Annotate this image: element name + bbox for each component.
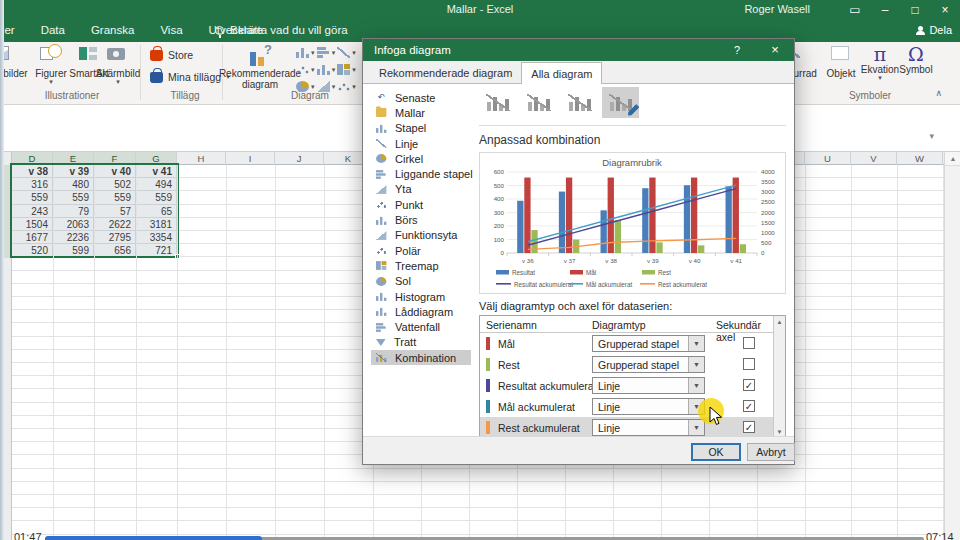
cancel-button[interactable]: Avbryt [747, 443, 795, 461]
sheet-cell[interactable]: 1677 [12, 231, 53, 244]
chevron-down-icon[interactable]: ▼ [688, 378, 704, 393]
sheet-cell[interactable]: 721 [136, 244, 177, 257]
vertical-scrollbar[interactable]: ▲ [944, 152, 960, 540]
chart-type-dropdown[interactable]: Grupperad stapel▼ [592, 335, 705, 352]
sheet-cell[interactable]: 494 [136, 178, 177, 191]
sheet-cell[interactable]: v 39 [53, 165, 94, 178]
sheet-cell[interactable]: 656 [94, 244, 136, 257]
chart-type-dropdown[interactable]: Grupperad stapel▼ [592, 356, 705, 373]
secondary-axis-checkbox[interactable] [743, 358, 755, 370]
chart-type-button[interactable]: ▾ [296, 46, 317, 59]
category-kombination[interactable]: Kombination [371, 350, 471, 365]
subtype-stacked-area[interactable] [561, 87, 598, 118]
column-header-U[interactable]: U [805, 152, 851, 165]
sheet-cell[interactable]: 3181 [136, 218, 177, 231]
chart-type-button[interactable]: ▾ [317, 46, 338, 59]
ok-button[interactable]: OK [691, 443, 741, 461]
sheet-cell[interactable]: 2063 [53, 218, 94, 231]
dialog-close-icon[interactable]: × [760, 39, 790, 61]
chevron-down-icon[interactable]: ▼ [688, 336, 704, 351]
sheet-cell[interactable]: 2622 [94, 218, 136, 231]
subtype-clustered-line-secondary[interactable] [520, 87, 557, 118]
category-funktionsyta[interactable]: Funktionsyta [371, 228, 471, 243]
secondary-axis-checkbox[interactable]: ✓ [743, 379, 755, 391]
category-l-ddiagram[interactable]: Låddiagram [371, 304, 471, 319]
secondary-axis-checkbox[interactable]: ✓ [743, 400, 755, 412]
sheet-cell[interactable]: 65 [136, 205, 177, 218]
tab-recommended-charts[interactable]: Rekommenderade diagram [370, 63, 521, 84]
online-pictures-button[interactable]: Onlinebilder [0, 44, 32, 79]
ribbon-tab-formler[interactable]: Formler [0, 20, 28, 42]
sheet-cell[interactable]: 57 [94, 205, 136, 218]
scroll-up-icon[interactable]: ▲ [945, 152, 960, 166]
share-button[interactable]: Dela [916, 24, 952, 36]
subtype-clustered-line[interactable] [479, 87, 516, 118]
chart-type-dropdown[interactable]: Linje▼ [592, 419, 705, 436]
sheet-cell[interactable]: 559 [136, 191, 177, 204]
sheet-cell[interactable]: v 38 [12, 165, 53, 178]
sheet-cell[interactable]: 559 [94, 191, 136, 204]
sheet-cell[interactable]: v 41 [136, 165, 177, 178]
column-header-I[interactable]: I [226, 152, 275, 165]
recommended-charts-button[interactable]: Rekommenderade diagram [226, 44, 294, 90]
category-liggande-stapel[interactable]: Liggande stapel [371, 166, 471, 181]
symbol-button[interactable]: Ω Symbol [896, 44, 936, 75]
category-punkt[interactable]: Punkt [371, 197, 471, 212]
category-histogram[interactable]: Histogram [371, 289, 471, 304]
secondary-axis-checkbox[interactable]: ✓ [743, 421, 755, 433]
ribbon-tab-visa[interactable]: Visa [147, 20, 195, 42]
column-header-F[interactable]: F [94, 152, 136, 165]
subtype-custom-combination[interactable] [602, 87, 639, 118]
category-tratt[interactable]: Tratt [371, 335, 471, 350]
series-table-scrollbar[interactable]: ▲ ▼ [773, 316, 785, 438]
close-icon[interactable]: × [930, 0, 960, 20]
sheet-cell[interactable]: 559 [12, 191, 53, 204]
tell-me-box[interactable]: Berätta vad du vill göra [215, 24, 348, 36]
column-header-E[interactable]: E [53, 152, 94, 165]
category-stapel[interactable]: Stapel [371, 121, 471, 136]
sheet-cell[interactable]: 3354 [136, 231, 177, 244]
restore-icon[interactable]: □ [900, 0, 930, 20]
dialog-help-icon[interactable]: ? [724, 39, 750, 61]
ribbon-tab-data[interactable]: Data [28, 20, 78, 42]
screenshot-button[interactable]: Skärmbild ▾ [96, 44, 140, 85]
chart-type-button[interactable]: ▾ [317, 63, 338, 76]
sheet-cell[interactable]: 2236 [53, 231, 94, 244]
formula-bar-expand-icon[interactable]: ▾ [929, 131, 934, 141]
column-header-W[interactable]: W [897, 152, 943, 165]
store-button[interactable]: Store [150, 49, 193, 61]
sheet-cell[interactable]: 559 [53, 191, 94, 204]
minimize-icon[interactable]: – [870, 0, 900, 20]
secondary-axis-checkbox[interactable] [743, 337, 755, 349]
sheet-cell[interactable]: 316 [12, 178, 53, 191]
chart-type-button[interactable]: ▾ [296, 63, 317, 76]
category-senaste[interactable]: ↶Senaste [371, 90, 471, 105]
chevron-down-icon[interactable]: ▼ [688, 357, 704, 372]
chart-type-dropdown[interactable]: Linje▼ [592, 377, 705, 394]
category-sol[interactable]: Sol [371, 274, 471, 289]
category-pol-r[interactable]: Polär [371, 243, 471, 258]
chart-type-button[interactable]: ▾ [337, 63, 358, 76]
chart-type-dropdown[interactable]: Linje▼ [592, 398, 705, 415]
ribbon-display-options-icon[interactable]: ▭ [840, 0, 870, 20]
object-button[interactable]: Objekt [820, 44, 862, 79]
category-linje[interactable]: Linje [371, 136, 471, 151]
sheet-cell[interactable]: 480 [53, 178, 94, 191]
sheet-cell[interactable]: 243 [12, 205, 53, 218]
category-treemap[interactable]: Treemap [371, 258, 471, 273]
chevron-down-icon[interactable]: ▼ [688, 420, 704, 435]
sheet-cell[interactable]: 79 [53, 205, 94, 218]
category-mallar[interactable]: Mallar [371, 105, 471, 120]
column-header-D[interactable]: D [12, 152, 53, 165]
scroll-up-icon[interactable]: ▲ [774, 316, 785, 328]
sheet-cell[interactable]: 520 [12, 244, 53, 257]
category-cirkel[interactable]: Cirkel [371, 151, 471, 166]
ribbon-tab-granska[interactable]: Granska [78, 20, 147, 42]
category-b-rs[interactable]: Börs [371, 212, 471, 227]
collapse-ribbon-icon[interactable]: ∧ [935, 88, 942, 98]
column-header-V[interactable]: V [851, 152, 897, 165]
column-header-J[interactable]: J [275, 152, 324, 165]
sheet-cell[interactable]: 2795 [94, 231, 136, 244]
my-addins-button[interactable]: Mina tillägg ▾ [150, 71, 230, 83]
sheet-cell[interactable]: 502 [94, 178, 136, 191]
